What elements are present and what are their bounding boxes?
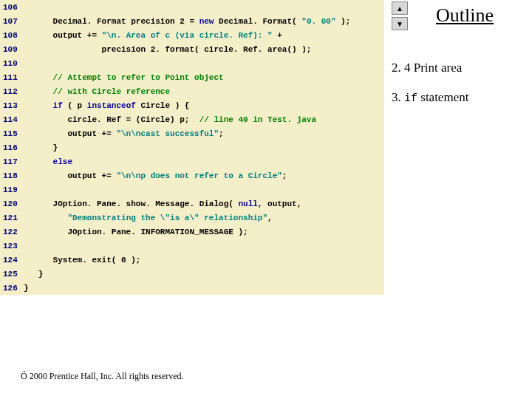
code-content: } [24, 270, 384, 279]
code-row: 114 circle. Ref = (Circle) p; // line 40… [0, 112, 384, 126]
line-number: 106 [0, 3, 24, 12]
line-number: 114 [0, 115, 24, 124]
nav-buttons: ▲ ▼ [392, 1, 408, 33]
line-number: 123 [0, 242, 24, 250]
code-row: 125 } [0, 267, 384, 281]
line-number: 109 [0, 45, 24, 54]
code-content: // Attempt to refer to Point object [24, 73, 384, 82]
code-row: 111 // Attempt to refer to Point object [0, 70, 384, 84]
code-row: 123 [0, 239, 384, 253]
code-content: circle. Ref = (Circle) p; // line 40 in … [24, 115, 384, 124]
line-number: 111 [0, 73, 24, 82]
copyright-footer: Ó 2000 Prentice Hall, Inc. All rights re… [21, 371, 184, 382]
code-row: 115 output += "\n\ncast successful"; [0, 126, 384, 140]
down-arrow-icon: ▼ [396, 20, 403, 28]
line-number: 122 [0, 228, 24, 236]
outline-note-if-statement: 3. if statement [392, 90, 468, 105]
code-content: output += "\n\np does not refer to a Cir… [24, 171, 384, 180]
line-number: 125 [0, 270, 24, 279]
code-row: 117 else [0, 154, 384, 168]
note2-prefix: 3. [392, 90, 404, 104]
code-row: 120 JOption. Pane. show. Message. Dialog… [0, 197, 384, 211]
code-row: 110 [0, 56, 384, 70]
outline-title: Outline [436, 4, 494, 27]
code-row: 119 [0, 183, 384, 197]
line-number: 117 [0, 157, 24, 166]
code-content: System. exit( 0 ); [24, 256, 384, 265]
copyright-symbol: Ó [21, 371, 27, 381]
code-row: 118 output += "\n\np does not refer to a… [0, 168, 384, 183]
line-number: 112 [0, 87, 24, 96]
line-number: 120 [0, 200, 24, 208]
code-listing: 106107 Decimal. Format precision 2 = new… [0, 0, 384, 295]
line-number: 124 [0, 256, 24, 265]
nav-down-button[interactable]: ▼ [392, 17, 408, 30]
code-row: 126} [0, 281, 384, 295]
code-row: 113 if ( p instanceof Circle ) { [0, 98, 384, 112]
code-content: if ( p instanceof Circle ) { [24, 101, 384, 110]
nav-up-button[interactable]: ▲ [392, 1, 408, 15]
code-row: 116 } [0, 140, 384, 154]
code-content: "Demonstrating the \"is a\" relationship… [24, 214, 384, 222]
code-row: 107 Decimal. Format precision 2 = new De… [0, 14, 384, 28]
code-content: output += "\n\ncast successful"; [24, 129, 384, 138]
line-number: 121 [0, 214, 24, 222]
line-number: 116 [0, 143, 24, 152]
line-number: 108 [0, 31, 24, 40]
code-content: output += "\n. Area of c (via circle. Re… [24, 31, 384, 40]
code-row: 112 // with Circle reference [0, 84, 384, 98]
code-row: 108 output += "\n. Area of c (via circle… [0, 28, 384, 42]
up-arrow-icon: ▲ [396, 4, 403, 13]
line-number: 119 [0, 185, 24, 194]
note2-suffix: statement [417, 90, 468, 104]
line-number: 113 [0, 101, 24, 110]
code-content: Decimal. Format precision 2 = new Decima… [24, 17, 384, 26]
copyright-text: 2000 Prentice Hall, Inc. All rights rese… [27, 371, 184, 381]
code-row: 121 "Demonstrating the \"is a\" relation… [0, 211, 384, 225]
line-number: 118 [0, 171, 24, 180]
code-content: precision 2. format( circle. Ref. area()… [24, 45, 384, 54]
code-row: 106 [0, 0, 384, 14]
outline-note-print-area: 2. 4 Print area [392, 61, 462, 75]
code-content: JOption. Pane. INFORMATION_MESSAGE ); [24, 228, 384, 236]
line-number: 126 [0, 284, 24, 293]
line-number: 115 [0, 129, 24, 138]
code-row: 124 System. exit( 0 ); [0, 253, 384, 267]
code-content: // with Circle reference [24, 87, 384, 96]
line-number: 107 [0, 17, 24, 26]
code-content: JOption. Pane. show. Message. Dialog( nu… [24, 200, 384, 208]
code-content: } [24, 284, 384, 293]
code-row: 122 JOption. Pane. INFORMATION_MESSAGE )… [0, 225, 384, 239]
code-content: else [24, 157, 384, 166]
line-number: 110 [0, 59, 24, 68]
code-content: } [24, 143, 384, 152]
note2-code: if [404, 92, 417, 105]
code-row: 109 precision 2. format( circle. Ref. ar… [0, 42, 384, 56]
